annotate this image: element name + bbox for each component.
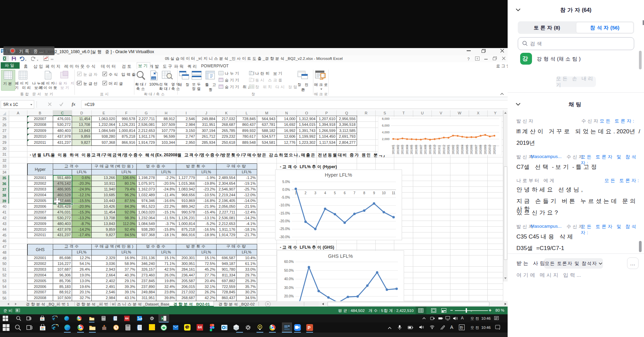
svg-text:202005: 202005: [465, 144, 469, 154]
svg-text:-20.0%: -20.0%: [279, 219, 290, 223]
svg-text:201910: 201910: [433, 144, 436, 154]
svg-text:-10.0%: -10.0%: [279, 203, 290, 207]
svg-text:201904: 201904: [405, 144, 409, 154]
svg-text:201912: 201912: [442, 144, 446, 154]
svg-text:202002: 202002: [451, 144, 455, 154]
svg-text:202003: 202003: [456, 144, 459, 154]
svg-text:3: 3: [314, 191, 316, 195]
svg-text:6,000: 6,000: [382, 124, 390, 127]
svg-text:a: a: [249, 85, 251, 88]
svg-text:50.0%: 50.0%: [284, 269, 294, 272]
svg-text:201907: 201907: [419, 144, 423, 154]
svg-text:-5.0%: -5.0%: [281, 196, 290, 199]
svg-text:-15.0%: -15.0%: [279, 211, 290, 215]
svg-text:2: 2: [305, 191, 307, 195]
svg-text:201903: 201903: [401, 144, 404, 154]
svg-text:10: 10: [382, 191, 386, 195]
svg-text:TALK: TALK: [186, 326, 190, 328]
svg-text:202007: 202007: [474, 144, 478, 154]
svg-text:X: X: [161, 317, 163, 320]
svg-text:202006: 202006: [470, 144, 473, 154]
svg-text:5.0%: 5.0%: [282, 180, 290, 184]
svg-text:8,000: 8,000: [382, 117, 390, 120]
svg-text:60.0%: 60.0%: [284, 260, 294, 264]
svg-text:201901: 201901: [392, 144, 395, 154]
svg-text:202008: 202008: [479, 144, 482, 154]
svg-text:2,000: 2,000: [382, 137, 390, 141]
svg-text:11: 11: [392, 191, 396, 195]
svg-text:20.0%: 20.0%: [284, 294, 294, 298]
svg-text:7: 7: [354, 191, 356, 195]
svg-text:201911: 201911: [438, 145, 441, 154]
svg-text:202011: 202011: [493, 145, 496, 154]
svg-text:4,000: 4,000: [382, 131, 390, 134]
svg-text:201905: 201905: [410, 144, 413, 154]
svg-text:0.0%: 0.0%: [282, 188, 290, 192]
svg-text:6: 6: [344, 191, 346, 195]
svg-text:201906: 201906: [415, 144, 418, 154]
svg-text:100: 100: [152, 77, 156, 80]
svg-text:GHS LFL%: GHS LFL%: [328, 253, 353, 259]
svg-text:202009: 202009: [484, 144, 487, 154]
svg-text:Hyper LFL%: Hyper LFL%: [325, 172, 352, 178]
svg-text:30.0%: 30.0%: [284, 286, 294, 290]
svg-text:-25.0%: -25.0%: [279, 227, 290, 231]
svg-text:202001: 202001: [447, 144, 450, 154]
svg-text:40.0%: 40.0%: [284, 277, 294, 281]
svg-text:8: 8: [363, 191, 365, 195]
svg-text:-30.0%: -30.0%: [279, 235, 290, 239]
svg-text:201908: 201908: [424, 144, 427, 154]
svg-text:201909: 201909: [428, 144, 432, 154]
svg-text:201902: 201902: [396, 144, 400, 154]
svg-text:9: 9: [373, 191, 375, 195]
svg-text:4: 4: [324, 191, 326, 195]
svg-text:b: b: [252, 85, 254, 88]
svg-text:5: 5: [334, 191, 336, 195]
svg-text:202010: 202010: [488, 144, 491, 154]
svg-text:202004: 202004: [461, 144, 464, 154]
